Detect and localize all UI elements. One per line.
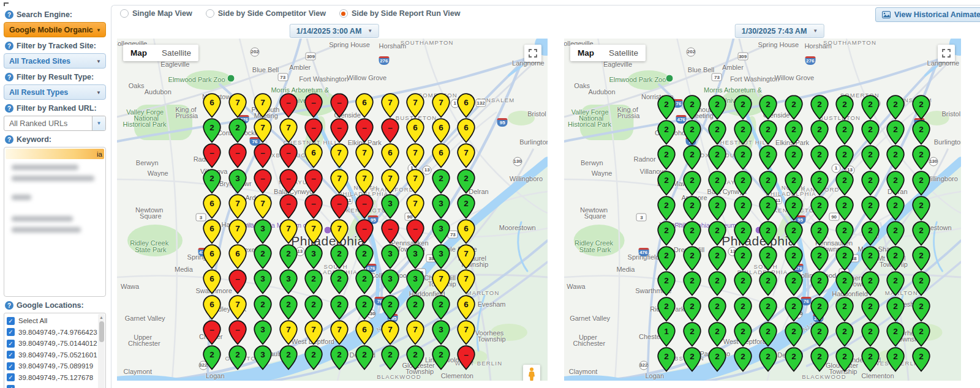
rank-pin[interactable]: 2: [657, 271, 676, 296]
rank-pin[interactable]: 6: [203, 269, 221, 294]
rank-pin[interactable]: 2: [912, 271, 930, 296]
rank-pin[interactable]: 2: [657, 246, 676, 271]
rank-pin[interactable]: 2: [759, 196, 777, 221]
rank-pin[interactable]: 2: [759, 145, 777, 170]
rank-pin[interactable]: 7: [330, 169, 349, 194]
view-mode-radio-0[interactable]: Single Map View: [120, 9, 192, 18]
radio-icon[interactable]: [120, 9, 129, 18]
rank-pin[interactable]: 7: [406, 93, 424, 118]
rank-pin[interactable]: 2: [734, 120, 752, 145]
rank-pin[interactable]: 2: [228, 118, 247, 143]
rank-pin[interactable]: 2: [886, 297, 905, 322]
rank-pin[interactable]: 2: [835, 120, 854, 145]
rank-pin[interactable]: 2: [785, 196, 803, 221]
rank-pin[interactable]: 2: [861, 221, 880, 246]
rank-pin[interactable]: 7: [457, 143, 475, 168]
rank-pin[interactable]: 2: [886, 120, 905, 145]
rank-pin[interactable]: 2: [785, 246, 803, 271]
rank-pin[interactable]: 7: [254, 93, 272, 118]
rank-pin[interactable]: 6: [406, 118, 424, 143]
rank-pin[interactable]: 3: [432, 194, 450, 219]
rank-pin[interactable]: 2: [886, 145, 905, 170]
rank-pin[interactable]: 6: [203, 194, 221, 219]
rank-pin[interactable]: 7: [432, 269, 450, 294]
radio-icon[interactable]: [339, 9, 348, 18]
rank-pin[interactable]: 2: [861, 196, 880, 221]
rank-pin[interactable]: 2: [759, 95, 777, 120]
rank-pin[interactable]: 2: [432, 345, 450, 370]
help-icon[interactable]: ?: [5, 104, 13, 113]
ranked-url-combobox[interactable]: All Ranked URLs ▼: [4, 116, 106, 131]
rank-pin[interactable]: 2: [759, 271, 777, 296]
rank-pin[interactable]: 2: [406, 345, 424, 370]
rank-pin[interactable]: 2: [810, 145, 829, 170]
rank-pin[interactable]: 6: [457, 295, 475, 320]
rank-pin[interactable]: 3: [381, 244, 399, 269]
rank-pin[interactable]: 2: [228, 345, 247, 370]
rank-pin[interactable]: 2: [683, 120, 701, 145]
rank-pin[interactable]: 7: [432, 93, 450, 118]
rank-pin[interactable]: –: [279, 93, 298, 118]
rank-pin[interactable]: 7: [254, 194, 272, 219]
rank-pin[interactable]: 2: [835, 171, 854, 196]
rank-pin[interactable]: 2: [810, 221, 829, 246]
rank-pin[interactable]: 7: [228, 295, 247, 320]
rank-pin[interactable]: –: [355, 118, 374, 143]
rank-pin[interactable]: 2: [432, 169, 450, 194]
rank-pin[interactable]: 7: [254, 118, 272, 143]
rank-pin[interactable]: 2: [708, 171, 726, 196]
help-icon[interactable]: ?: [5, 301, 13, 310]
rank-pin[interactable]: 2: [835, 322, 854, 347]
rank-pin[interactable]: 2: [886, 171, 905, 196]
rank-pin[interactable]: 2: [683, 347, 701, 372]
checkbox-checked-icon[interactable]: ✓: [7, 373, 15, 381]
location-row[interactable]: ✓ 39.8049749,-75.127678: [7, 372, 97, 384]
fullscreen-button[interactable]: [938, 45, 955, 62]
left-map[interactable]: CollegevilleSpring HouseHorshamSOUTHAMPT…: [117, 39, 548, 381]
rank-pin[interactable]: 2: [279, 244, 298, 269]
rank-pin[interactable]: 7: [228, 219, 247, 244]
rank-pin[interactable]: 2: [861, 145, 880, 170]
rank-pin[interactable]: 7: [304, 219, 323, 244]
rank-pin[interactable]: 2: [785, 322, 803, 347]
rank-pin[interactable]: 6: [432, 143, 450, 168]
rank-pin[interactable]: 2: [734, 171, 752, 196]
checkbox-checked-icon[interactable]: ✓: [7, 385, 15, 388]
rank-pin[interactable]: 2: [683, 145, 701, 170]
rank-pin[interactable]: 2: [734, 271, 752, 296]
rank-pin[interactable]: 2: [759, 297, 777, 322]
rank-pin[interactable]: 2: [330, 244, 349, 269]
rank-pin[interactable]: 2: [810, 322, 829, 347]
rank-pin[interactable]: –: [355, 219, 374, 244]
rank-pin[interactable]: 3: [406, 269, 424, 294]
rank-pin[interactable]: 2: [683, 196, 701, 221]
rank-pin[interactable]: 2: [785, 297, 803, 322]
checkbox-checked-icon[interactable]: ✓: [7, 351, 15, 359]
rank-pin[interactable]: 2: [759, 246, 777, 271]
rank-pin[interactable]: 2: [657, 95, 676, 120]
rank-pin[interactable]: 3: [432, 219, 450, 244]
rank-pin[interactable]: 2: [861, 297, 880, 322]
rank-pin[interactable]: 6: [355, 93, 374, 118]
rank-pin[interactable]: 7: [228, 93, 247, 118]
rank-pin[interactable]: 2: [657, 221, 676, 246]
rank-pin[interactable]: 2: [785, 120, 803, 145]
rank-pin[interactable]: 6: [304, 143, 323, 168]
rank-pin[interactable]: 2: [912, 171, 930, 196]
checkbox-checked-icon[interactable]: ✓: [7, 340, 15, 348]
rank-pin[interactable]: 7: [406, 320, 424, 345]
tracked-site-select[interactable]: All Tracked Sites ▼: [4, 53, 106, 69]
rank-pin[interactable]: 2: [330, 295, 349, 320]
rank-pin[interactable]: 6: [203, 244, 221, 269]
rank-pin[interactable]: 2: [912, 246, 930, 271]
rank-pin[interactable]: 2: [912, 145, 930, 170]
rank-pin[interactable]: 3: [254, 320, 272, 345]
rank-pin[interactable]: 7: [457, 320, 475, 345]
rank-pin[interactable]: 2: [203, 169, 221, 194]
rank-pin[interactable]: 2: [254, 295, 272, 320]
rank-pin[interactable]: 2: [203, 345, 221, 370]
rank-pin[interactable]: 2: [708, 322, 726, 347]
rank-pin[interactable]: 1: [657, 322, 676, 347]
location-row[interactable]: ✓ Select All: [7, 315, 97, 327]
rank-pin[interactable]: 2: [835, 196, 854, 221]
